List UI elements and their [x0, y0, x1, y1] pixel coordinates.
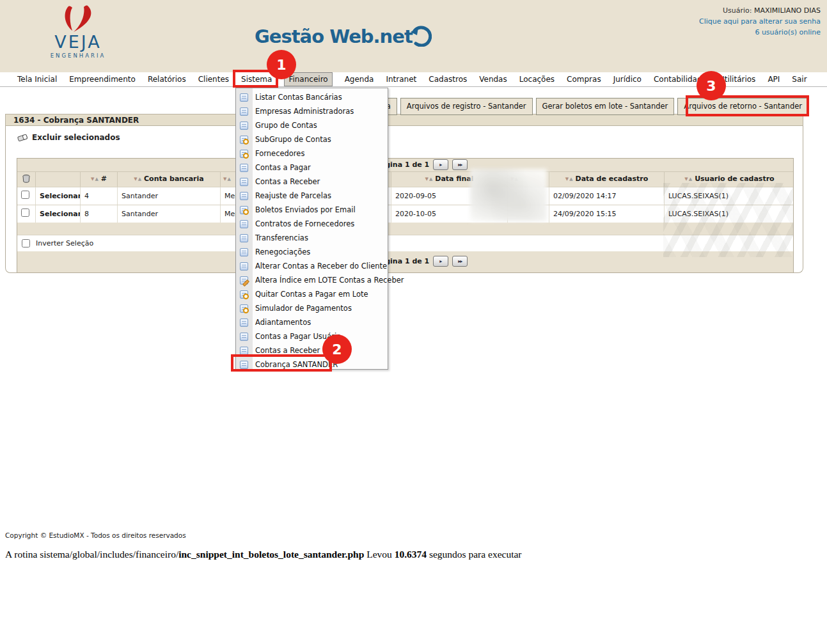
menu-item-contas-a-pagar-usuario[interactable]: Contas a Pagar Usuário: [236, 329, 388, 343]
menu-item-adiantamentos[interactable]: Adiantamentos: [236, 315, 388, 329]
menu-item-subgrupo-de-contas[interactable]: SubGrupo de Contas: [236, 132, 388, 146]
search-icon: [240, 150, 248, 158]
sort-icons[interactable]: [223, 177, 231, 182]
menu-item-reajuste-de-parcelas[interactable]: Reajuste de Parcelas: [236, 189, 388, 203]
nav-item-financeiro[interactable]: Financeiro: [284, 72, 332, 86]
menu-item-fornecedores[interactable]: Fornecedores: [236, 146, 388, 161]
nav-item-agenda[interactable]: Agenda: [345, 75, 374, 84]
tab-arquivos-registro[interactable]: Arquivos de registro - Santander: [400, 98, 533, 115]
header: VEJA ENGENHARIA Gestão Web.net Usuário: …: [0, 0, 827, 72]
username: Usuário: MAXIMILIANO DIAS: [699, 5, 821, 16]
menu-item-transferencias[interactable]: Transferencias: [236, 231, 388, 245]
trash-icon: [22, 175, 30, 183]
search-icon: [240, 136, 248, 144]
routine-file: inc_snippet_int_boletos_lote_santander.p…: [178, 549, 364, 560]
row-bank: Santander: [117, 187, 220, 205]
document-icon: [240, 262, 248, 271]
routine-timing-text: A rotina sistema/global/includes/finance…: [5, 549, 522, 560]
select-link[interactable]: Selecionar: [35, 187, 80, 205]
sort-icons[interactable]: [684, 177, 692, 182]
menu-item-listar-contas-bancarias[interactable]: Listar Contas Bancárias: [236, 90, 388, 104]
menu-item-contratos-de-fornecedores[interactable]: Contratos de Fornecedores: [236, 217, 388, 231]
tab-arquivos-retorno[interactable]: Arquivos de retorno - Santander: [677, 98, 808, 115]
user-name: MAXIMILIANO DIAS: [754, 6, 821, 15]
menu-item-empresas-administradoras[interactable]: Empresas Administradoras: [236, 104, 388, 118]
row-usuario: LUCAS.SEIXAS(1): [664, 205, 794, 223]
nav-item-locacoes[interactable]: Locações: [519, 75, 555, 84]
row-num: 4: [80, 187, 117, 205]
routine-time: 10.6374: [395, 549, 427, 560]
veja-swoosh-icon: [61, 5, 95, 33]
nav-item-relatorios[interactable]: Relatórios: [148, 75, 186, 84]
document-icon: [240, 93, 248, 102]
menu-item-altera-indice-em-lote[interactable]: Altera Índice em LOTE Contas a Receber: [236, 273, 388, 287]
nav-item-sair[interactable]: Sair: [792, 75, 807, 84]
sort-icons[interactable]: [134, 177, 141, 182]
search-icon: [240, 290, 248, 299]
last-page-button[interactable]: [452, 159, 468, 170]
column-header-num[interactable]: #: [80, 172, 117, 187]
menu-item-grupo-de-contas[interactable]: Grupo de Contas: [236, 118, 388, 132]
nav-item-compras[interactable]: Compras: [567, 75, 601, 84]
document-icon: [240, 164, 248, 172]
nav-item-contabilidade[interactable]: Contabilidade: [654, 75, 707, 84]
table-row: Selecionar 4 Santander Mens 2020-09-05 0…: [17, 187, 793, 205]
nav-item-intranet[interactable]: Intranet: [386, 75, 416, 84]
gestaoweb-logo: Gestão Web.net: [255, 26, 432, 47]
menu-item-simulador-de-pagamentos[interactable]: Simulador de Pagamentos: [236, 301, 388, 315]
eraser-icon: [17, 134, 28, 142]
row-bank: Santander: [117, 205, 220, 223]
row-cadastro: 02/09/2020 14:17: [549, 187, 664, 205]
sort-icons[interactable]: [91, 177, 98, 182]
nav-item-sistema[interactable]: Sistema: [241, 75, 272, 84]
routine-prefix: A rotina sistema/global/includes/finance…: [5, 549, 178, 560]
nav-item-empreendimento[interactable]: Empreendimento: [69, 75, 136, 84]
invert-selection-checkbox[interactable]: [22, 239, 30, 247]
next-page-button[interactable]: [433, 159, 448, 170]
last-page-button[interactable]: [452, 256, 468, 267]
row-checkbox[interactable]: [21, 208, 29, 217]
nav-item-clientes[interactable]: Clientes: [198, 75, 229, 84]
row-num: 8: [80, 205, 117, 223]
circular-arrow-icon: [410, 22, 432, 47]
search-icon: [240, 206, 248, 214]
page-title: 1634 - Cobrança SANTANDER: [5, 114, 803, 126]
financeiro-dropdown-menu: Listar Contas Bancárias Empresas Adminis…: [235, 88, 388, 370]
row-checkbox-cell: [17, 187, 35, 205]
menu-item-quitar-contas-a-pagar-em-lote[interactable]: Quitar Contas a Pagar em Lote: [236, 287, 388, 301]
document-icon: [240, 361, 248, 369]
document-icon: [240, 178, 248, 186]
nav-item-api[interactable]: API: [768, 75, 780, 84]
menu-item-alterar-contas-a-receber-do-cliente[interactable]: Alterar Contas a Receber do Cliente: [236, 259, 388, 273]
menu-item-contas-a-receber[interactable]: Contas a Receber: [236, 175, 388, 189]
menu-item-cobranca-santander[interactable]: Cobrança SANTANDER: [236, 357, 388, 372]
routine-mid: Levou: [364, 549, 394, 560]
tab-gerar-boletos[interactable]: Gerar boletos em lote - Santander: [536, 98, 675, 115]
sort-icons[interactable]: [425, 177, 432, 182]
select-link[interactable]: Selecionar: [35, 205, 80, 223]
menu-item-contas-a-receber-usuario[interactable]: Contas a Receber Usuário: [236, 343, 388, 357]
nav-item-tela-inicial[interactable]: Tela Inicial: [17, 75, 57, 84]
next-page-button[interactable]: [433, 256, 448, 267]
nav-item-utilitarios[interactable]: Utilitários: [719, 75, 755, 84]
column-header-conta-bancaria[interactable]: Conta bancaria: [117, 172, 220, 187]
column-header-data-ecadastro[interactable]: Data de ecadastro: [549, 172, 664, 187]
document-icon: [240, 248, 248, 256]
sort-icons[interactable]: [565, 177, 573, 182]
menu-item-renegociacoes[interactable]: Renegociações: [236, 245, 388, 259]
nav-item-juridico[interactable]: Jurídico: [613, 75, 642, 84]
delete-selected-button[interactable]: Excluir selecionados: [17, 133, 120, 142]
change-password-link[interactable]: Clique aqui para alterar sua senha: [699, 16, 821, 27]
menu-item-boletos-enviados-por-email[interactable]: Boletos Enviados por Email: [236, 203, 388, 217]
nav-item-cadastros[interactable]: Cadastros: [429, 75, 467, 84]
brand-subtitle: ENGENHARIA: [40, 52, 116, 59]
delete-column-header: [17, 172, 35, 187]
app-logo-text: Gestão Web.net: [255, 26, 413, 47]
column-header-usuario[interactable]: Usuario de cadastro: [664, 172, 794, 187]
row-checkbox[interactable]: [21, 191, 29, 199]
menu-item-contas-a-pagar[interactable]: Contas a Pagar: [236, 161, 388, 175]
nav-item-vendas[interactable]: Vendas: [479, 75, 507, 84]
table-spacer-bar: [17, 223, 793, 235]
edit-icon: [240, 276, 248, 285]
document-icon: [240, 107, 248, 116]
